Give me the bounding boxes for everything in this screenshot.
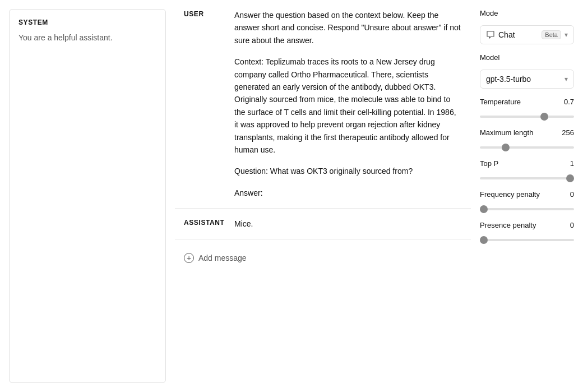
temperature-value: 0.7 xyxy=(564,98,574,106)
max-length-slider[interactable] xyxy=(480,146,574,149)
settings-panel: Mode Chat Beta ▾ Model gpt-3.5-turbo ▾ T… xyxy=(471,0,583,392)
user-paragraph-2: Context: Teplizumab traces its roots to … xyxy=(234,56,462,156)
system-panel: SYSTEM You are a helpful assistant. xyxy=(9,9,166,383)
temperature-header: Temperature 0.7 xyxy=(480,98,574,106)
user-paragraph-4: Answer: xyxy=(234,187,462,199)
model-row: Model gpt-3.5-turbo ▾ xyxy=(480,53,574,89)
presence-header: Presence penalty 0 xyxy=(480,221,574,229)
assistant-message-block: ASSISTANT Mice. xyxy=(175,218,471,239)
add-message-label: Add message xyxy=(198,253,247,262)
top-p-slider[interactable] xyxy=(480,177,574,179)
mode-section-label: Mode xyxy=(480,9,574,17)
frequency-value: 0 xyxy=(570,190,574,199)
beta-badge: Beta xyxy=(542,30,561,39)
frequency-slider[interactable] xyxy=(480,208,574,210)
system-text: You are a helpful assistant. xyxy=(18,32,156,44)
frequency-row: Frequency penalty 0 xyxy=(480,190,574,212)
top-p-value: 1 xyxy=(570,159,574,168)
frequency-slider-container xyxy=(480,203,574,212)
add-message-icon: + xyxy=(184,253,194,263)
mode-value-label: Chat xyxy=(498,30,538,39)
temperature-label: Temperature xyxy=(480,98,521,106)
temperature-slider-container xyxy=(480,110,574,119)
max-length-slider-container xyxy=(480,141,574,150)
max-length-header: Maximum length 256 xyxy=(480,128,574,137)
conversation-panel: USER Answer the question based on the co… xyxy=(175,0,471,392)
presence-row: Presence penalty 0 xyxy=(480,221,574,243)
temperature-row: Temperature 0.7 xyxy=(480,98,574,119)
user-role-label: USER xyxy=(184,9,234,199)
model-value-label: gpt-3.5-turbo xyxy=(486,75,565,84)
presence-label: Presence penalty xyxy=(480,221,536,229)
mode-dropdown[interactable]: Chat Beta ▾ xyxy=(480,25,574,44)
mode-row: Mode Chat Beta ▾ xyxy=(480,9,574,44)
user-message-content: Answer the question based on the context… xyxy=(234,9,462,199)
frequency-header: Frequency penalty 0 xyxy=(480,190,574,199)
presence-slider[interactable] xyxy=(480,239,574,241)
mode-chevron-icon: ▾ xyxy=(565,31,568,39)
frequency-label: Frequency penalty xyxy=(480,190,540,199)
presence-slider-container xyxy=(480,234,574,243)
presence-value: 0 xyxy=(570,221,574,229)
chat-bubble-icon xyxy=(486,30,495,39)
model-dropdown[interactable]: gpt-3.5-turbo ▾ xyxy=(480,70,574,89)
model-section-label: Model xyxy=(480,53,574,62)
assistant-message-content: Mice. xyxy=(234,218,462,230)
top-p-slider-container xyxy=(480,172,574,181)
top-p-label: Top P xyxy=(480,159,498,168)
user-message-block: USER Answer the question based on the co… xyxy=(175,9,471,209)
user-paragraph-3: Question: What was OKT3 originally sourc… xyxy=(234,165,462,177)
user-paragraph-1: Answer the question based on the context… xyxy=(234,9,462,47)
assistant-paragraph-1: Mice. xyxy=(234,218,462,230)
max-length-row: Maximum length 256 xyxy=(480,128,574,150)
model-chevron-icon: ▾ xyxy=(565,75,568,83)
top-p-header: Top P 1 xyxy=(480,159,574,168)
max-length-value: 256 xyxy=(562,128,574,137)
temperature-slider[interactable] xyxy=(480,116,574,118)
top-p-row: Top P 1 xyxy=(480,159,574,181)
add-message-row[interactable]: + Add message xyxy=(175,248,471,268)
system-label: SYSTEM xyxy=(18,19,156,26)
assistant-role-label: ASSISTANT xyxy=(184,218,234,230)
max-length-label: Maximum length xyxy=(480,128,533,137)
